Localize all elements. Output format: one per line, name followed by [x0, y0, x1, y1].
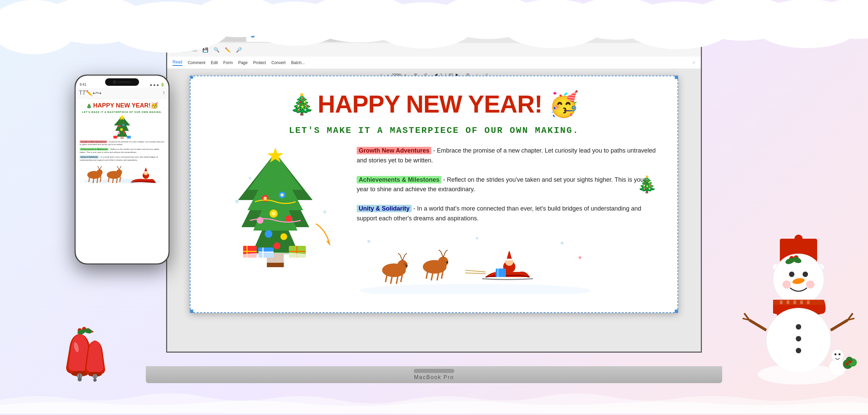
- svg-point-139: [796, 336, 801, 341]
- macbook-hinge-notch: [414, 369, 454, 373]
- window-actions: See Help — ⤢ ✕: [646, 32, 697, 40]
- bell-emoji: 🎄: [289, 92, 314, 116]
- iphone-toolbar: T T ✏️ ↩ ↪ ↑: [76, 88, 169, 99]
- svg-line-70: [439, 250, 441, 252]
- svg-point-126: [789, 272, 794, 277]
- svg-text:❄: ❄: [367, 239, 371, 244]
- svg-line-107: [93, 178, 94, 183]
- pdf-content-area: 🎄 HAPPY NEW YEAR! 🥳 LET'S MAKE IT A MAST…: [167, 69, 701, 352]
- svg-point-65: [403, 263, 406, 265]
- iphone-tool-pen[interactable]: ✏️: [86, 90, 93, 96]
- iphone-highlight-growth: Growth & New Adventures: [80, 140, 107, 143]
- svg-line-141: [749, 320, 766, 330]
- tab-label: The Source of Innovative In...: [320, 34, 369, 38]
- svg-line-58: [398, 253, 400, 255]
- iphone-tool-redo[interactable]: ↪: [97, 90, 101, 96]
- svg-point-127: [803, 272, 808, 277]
- reindeer-svg: ❄ ❄ ❄ ✦: [357, 233, 594, 294]
- menu-batch[interactable]: Batch...: [291, 60, 305, 65]
- bells-decoration: [61, 327, 112, 388]
- menu-read[interactable]: Read: [173, 60, 182, 66]
- iphone-tool-text2[interactable]: T: [82, 90, 86, 96]
- svg-point-13: [814, 0, 868, 39]
- macbook-screen: Unlimited Potential Team One Marketing D…: [166, 27, 702, 353]
- menu-protect[interactable]: Protect: [253, 60, 266, 65]
- svg-point-38: [280, 193, 284, 197]
- pdf-text-content: Growth New Adventures - Embrace the prom…: [357, 146, 657, 294]
- svg-point-153: [831, 350, 844, 362]
- title-text: HAPPY NEW YEAR! 🥳: [318, 90, 579, 119]
- pdf-subtitle: LET'S MAKE IT A MASTERPIECE OF OUR OWN M…: [211, 125, 657, 136]
- fullscreen-icon[interactable]: ⤢: [692, 60, 695, 65]
- close-icon[interactable]: ✕: [689, 32, 697, 40]
- svg-point-33: [285, 215, 292, 222]
- menu-convert[interactable]: Convert: [271, 60, 285, 65]
- tab-unlimited-potential[interactable]: Unlimited Potential: [192, 29, 246, 42]
- svg-line-112: [117, 166, 119, 170]
- tab-bar: Unlimited Potential Team One Marketing D…: [167, 28, 701, 43]
- tree-emoji: 🎄: [637, 175, 657, 194]
- svg-line-85: [465, 273, 486, 274]
- svg-rect-42: [243, 251, 257, 252]
- pdf-section-achievements: Achievements & Milestones - Reflect on t…: [357, 175, 657, 195]
- iphone-share-icon[interactable]: ↑: [162, 90, 165, 96]
- svg-rect-136: [807, 300, 810, 304]
- toolbar-icon2[interactable]: 🔍: [212, 46, 221, 53]
- selection-corner-tl: [190, 76, 193, 79]
- svg-point-95: [123, 131, 125, 133]
- tab-team-one[interactable]: Team One Marketing Dir... ✕: [246, 29, 309, 42]
- svg-point-35: [280, 233, 287, 240]
- close-button[interactable]: [171, 34, 175, 38]
- menu-edit[interactable]: Edit: [211, 60, 218, 65]
- menu-bar: Read Comment Edit Form Page Protect Conv…: [167, 57, 701, 69]
- svg-point-130: [806, 280, 814, 289]
- svg-point-93: [120, 128, 123, 131]
- iphone-title-row: 🎄 HAPPY NEW YEAR!🥳: [80, 102, 164, 110]
- svg-rect-83: [497, 269, 498, 277]
- svg-line-69: [443, 252, 446, 257]
- nav-menu-icon[interactable]: ☰: [171, 46, 178, 53]
- new-tab-button[interactable]: +: [373, 31, 382, 40]
- maximize-button[interactable]: [183, 34, 187, 38]
- svg-rect-82: [496, 269, 506, 277]
- minimize-button[interactable]: [177, 34, 181, 38]
- iphone-text-achievements: Achievements & Milestones - Reflect on t…: [80, 148, 164, 154]
- svg-point-49: [231, 253, 319, 263]
- iphone-tool-text1[interactable]: T: [79, 90, 82, 96]
- svg-text:❄: ❄: [475, 236, 479, 241]
- tab-source[interactable]: The Source of Innovative In...: [310, 29, 373, 42]
- menu-form[interactable]: Form: [223, 60, 233, 65]
- svg-line-114: [108, 177, 109, 182]
- macbook-brand-label: MacBook Pro: [414, 374, 454, 380]
- svg-line-57: [402, 255, 405, 261]
- see-help-button[interactable]: See Help: [646, 33, 667, 39]
- iphone-tool-undo[interactable]: ↩: [93, 90, 97, 96]
- svg-line-109: [100, 177, 101, 182]
- traffic-lights: [171, 34, 187, 38]
- iphone-device: 9:41 ▲▲▲ 🔋 T T ✏️ ↩ ↪ ↑ 🎄 HAPPY NEW YEAR…: [75, 75, 170, 264]
- svg-point-39: [272, 212, 276, 216]
- svg-point-151: [758, 364, 839, 384]
- restore-icon[interactable]: ⤢: [679, 32, 687, 40]
- tab-close-icon[interactable]: ✕: [302, 34, 305, 38]
- minimize-icon[interactable]: —: [669, 32, 677, 40]
- svg-line-84: [465, 270, 486, 272]
- menu-page[interactable]: Page: [238, 60, 248, 65]
- svg-point-98: [115, 136, 129, 139]
- toolbar-icon4[interactable]: 🔎: [235, 46, 243, 53]
- menu-comment[interactable]: Comment: [188, 60, 205, 65]
- svg-point-160: [846, 363, 848, 365]
- highlight-growth: Growth New Adventures: [357, 147, 431, 154]
- svg-point-91: [118, 125, 120, 127]
- nav-file-icon[interactable]: 📄 File: [181, 46, 198, 53]
- macbook-device: Unlimited Potential Team One Marketing D…: [146, 27, 722, 383]
- toolbar-icon1[interactable]: 💾: [201, 46, 210, 53]
- snowman-svg: [739, 229, 858, 398]
- svg-point-34: [265, 230, 272, 238]
- svg-line-106: [89, 177, 90, 182]
- svg-point-124: [794, 235, 803, 243]
- svg-point-53: [360, 284, 591, 294]
- selection-corner-br: [675, 310, 678, 313]
- svg-point-36: [274, 242, 280, 249]
- toolbar-icon3[interactable]: ✏️: [223, 46, 232, 53]
